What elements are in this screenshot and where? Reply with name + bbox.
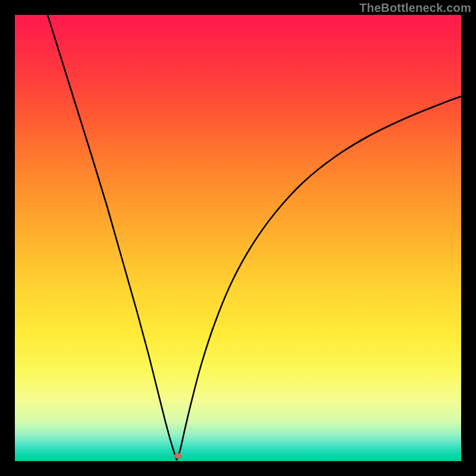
watermark-text: TheBottleneck.com (359, 1, 471, 15)
plot-area (15, 15, 461, 461)
minimum-marker-dot (174, 453, 181, 459)
bottleneck-curve (15, 15, 461, 461)
chart-frame: TheBottleneck.com (0, 0, 476, 476)
